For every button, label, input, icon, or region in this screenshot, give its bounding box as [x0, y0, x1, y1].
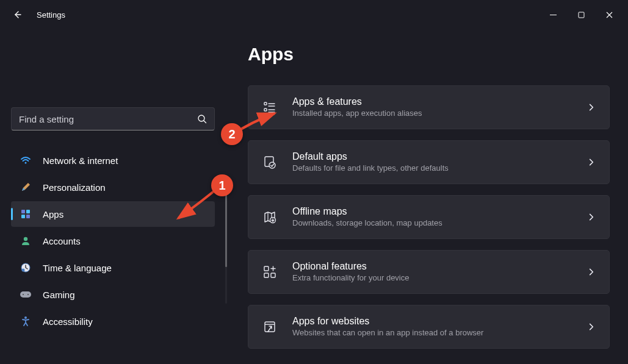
sidebar: Network & internet Personalization Apps … [0, 29, 226, 364]
sidebar-item-network[interactable]: Network & internet [11, 148, 215, 173]
svg-rect-15 [264, 102, 267, 105]
chevron-right-icon [587, 213, 596, 221]
svg-rect-0 [579, 12, 584, 18]
scrollbar[interactable] [225, 176, 227, 304]
web-window-icon [262, 319, 278, 335]
card-text: Optional features Extra functionality fo… [292, 260, 587, 284]
sidebar-item-accounts[interactable]: Accounts [11, 228, 215, 254]
svg-rect-23 [265, 322, 275, 332]
search-box[interactable] [11, 107, 215, 130]
window-controls [539, 5, 623, 24]
card-title: Offline maps [292, 205, 587, 218]
svg-point-14 [24, 316, 27, 319]
svg-point-1 [198, 115, 204, 121]
sidebar-item-label: Time & language [43, 263, 112, 273]
svg-rect-6 [26, 215, 30, 218]
card-title: Apps & features [292, 96, 587, 109]
window-title: Settings [37, 10, 65, 20]
clock-icon [20, 262, 32, 274]
card-optional-features[interactable]: Optional features Extra functionality fo… [248, 250, 610, 294]
accessibility-icon [20, 315, 32, 327]
svg-rect-21 [264, 273, 269, 277]
apps-icon [20, 208, 32, 220]
svg-rect-11 [20, 291, 31, 298]
card-subtitle: Defaults for file and link types, other … [292, 163, 587, 174]
chevron-right-icon [587, 103, 596, 112]
person-icon [20, 235, 32, 247]
svg-point-13 [27, 294, 29, 295]
page-title: Apps [248, 44, 610, 65]
card-default-apps[interactable]: Default apps Defaults for file and link … [248, 140, 610, 184]
card-text: Apps & features Installed apps, app exec… [292, 96, 587, 120]
chevron-right-icon [587, 268, 596, 276]
sidebar-item-time-language[interactable]: Time & language [11, 255, 215, 280]
sidebar-item-gaming[interactable]: Gaming [11, 282, 215, 307]
default-icon [262, 154, 278, 170]
maximize-icon [578, 12, 585, 18]
search-icon [197, 114, 207, 124]
minimize-icon [550, 12, 557, 18]
map-icon [262, 209, 278, 225]
svg-point-18 [269, 162, 275, 168]
card-subtitle: Extra functionality for your device [292, 273, 587, 284]
sidebar-item-personalization[interactable]: Personalization [11, 174, 215, 200]
sidebar-item-label: Accounts [43, 236, 81, 246]
svg-point-2 [25, 162, 27, 164]
card-text: Offline maps Downloads, storage location… [292, 205, 587, 229]
card-subtitle: Websites that can open in an app instead… [292, 327, 587, 338]
sidebar-item-label: Accessibility [43, 316, 93, 327]
card-apps-websites[interactable]: Apps for websites Websites that can open… [248, 305, 610, 349]
svg-rect-3 [21, 210, 25, 213]
svg-rect-20 [264, 266, 269, 271]
close-icon [606, 12, 613, 18]
svg-rect-4 [26, 210, 30, 213]
card-apps-features[interactable]: Apps & features Installed apps, app exec… [248, 85, 610, 129]
sidebar-item-label: Apps [43, 209, 63, 219]
svg-rect-5 [21, 215, 25, 218]
content: Network & internet Personalization Apps … [0, 29, 628, 364]
nav-list: Network & internet Personalization Apps … [11, 148, 215, 334]
minimize-button[interactable] [539, 5, 567, 24]
card-subtitle: Installed apps, app execution aliases [292, 108, 587, 119]
back-button[interactable] [5, 2, 29, 27]
sidebar-item-apps[interactable]: Apps [11, 201, 215, 227]
gamepad-icon [20, 288, 32, 301]
brush-icon [20, 181, 32, 193]
card-title: Default apps [292, 151, 587, 163]
search-input[interactable] [19, 114, 197, 124]
main: Apps Apps & features Installed apps, app… [226, 29, 628, 364]
maximize-button[interactable] [567, 5, 595, 24]
svg-rect-22 [271, 273, 275, 277]
close-button[interactable] [595, 5, 623, 24]
card-text: Apps for websites Websites that can open… [292, 315, 587, 339]
svg-point-10 [22, 269, 25, 272]
wifi-icon [20, 154, 32, 166]
card-title: Optional features [292, 260, 587, 273]
chevron-right-icon [587, 323, 596, 331]
card-subtitle: Downloads, storage location, map updates [292, 218, 587, 229]
sidebar-item-label: Gaming [43, 290, 75, 300]
card-offline-maps[interactable]: Offline maps Downloads, storage location… [248, 195, 610, 239]
chevron-right-icon [587, 158, 596, 166]
svg-point-12 [23, 294, 24, 295]
sidebar-item-label: Personalization [43, 182, 106, 193]
sidebar-item-label: Network & internet [43, 155, 118, 166]
svg-point-7 [24, 237, 27, 241]
svg-rect-16 [264, 109, 267, 111]
titlebar: Settings [0, 0, 628, 29]
plus-grid-icon [262, 264, 278, 280]
card-text: Default apps Defaults for file and link … [292, 151, 587, 174]
arrow-left-icon [12, 10, 22, 20]
list-icon [262, 99, 278, 115]
sidebar-item-accessibility[interactable]: Accessibility [11, 309, 215, 334]
card-list: Apps & features Installed apps, app exec… [248, 85, 610, 357]
card-title: Apps for websites [292, 315, 587, 328]
